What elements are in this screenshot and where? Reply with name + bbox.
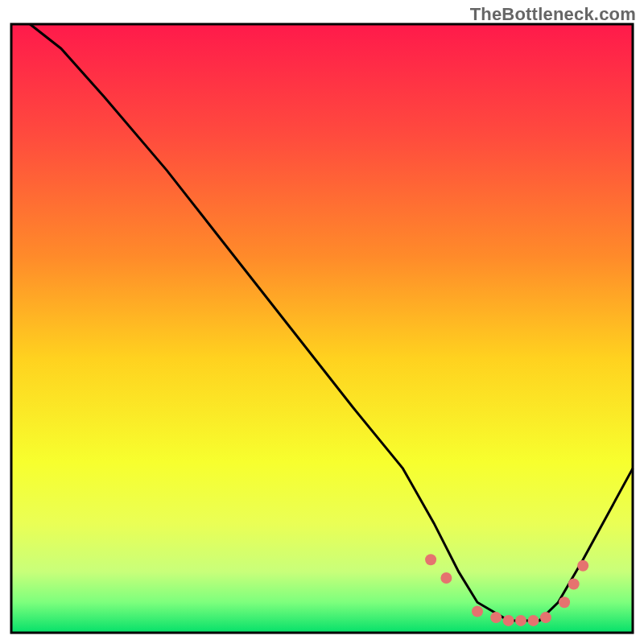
- marker-dot: [559, 597, 570, 608]
- marker-dot: [490, 612, 502, 623]
- marker-dot: [577, 560, 588, 572]
- marker-dot: [472, 606, 483, 617]
- marker-dot: [515, 615, 526, 626]
- gradient-background: [11, 24, 633, 633]
- marker-dot: [568, 579, 580, 590]
- marker-dot: [425, 554, 436, 565]
- marker-dot: [440, 572, 452, 584]
- marker-dot: [528, 615, 539, 626]
- marker-dot: [503, 615, 514, 626]
- marker-dot: [540, 612, 551, 623]
- bottleneck-chart: [0, 0, 644, 644]
